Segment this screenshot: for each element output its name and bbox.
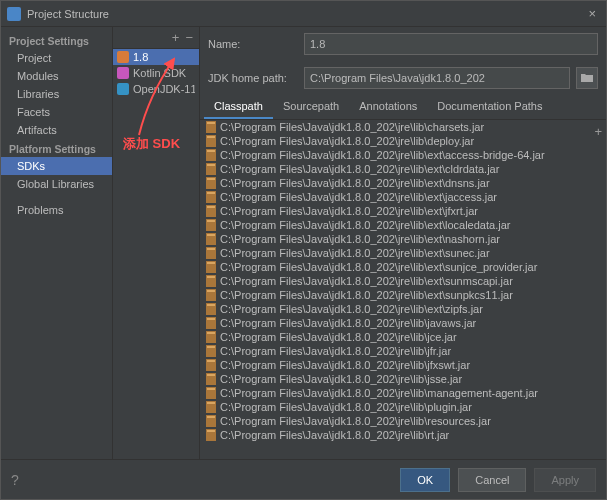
classpath-entry-path: C:\Program Files\Java\jdk1.8.0_202\jre\l… — [220, 149, 545, 161]
classpath-entry[interactable]: C:\Program Files\Java\jdk1.8.0_202\jre\l… — [200, 386, 606, 400]
classpath-entry[interactable]: C:\Program Files\Java\jdk1.8.0_202\jre\l… — [200, 190, 606, 204]
classpath-entry-path: C:\Program Files\Java\jdk1.8.0_202\jre\l… — [220, 429, 449, 441]
remove-sdk-icon[interactable]: − — [185, 30, 193, 45]
svg-rect-3 — [207, 136, 215, 138]
classpath-entry[interactable]: C:\Program Files\Java\jdk1.8.0_202\jre\l… — [200, 232, 606, 246]
svg-rect-11 — [207, 192, 215, 194]
home-path-input[interactable] — [304, 67, 570, 89]
classpath-entry[interactable]: C:\Program Files\Java\jdk1.8.0_202\jre\l… — [200, 344, 606, 358]
sidebar-item-problems[interactable]: Problems — [1, 201, 112, 219]
project-structure-dialog: Project Structure × Project Settings Pro… — [0, 0, 607, 500]
dialog-body: Project Settings ProjectModulesLibraries… — [1, 27, 606, 459]
help-icon[interactable]: ? — [11, 472, 19, 488]
classpath-entry[interactable]: C:\Program Files\Java\jdk1.8.0_202\jre\l… — [200, 246, 606, 260]
jar-file-icon — [206, 163, 216, 175]
classpath-entry[interactable]: C:\Program Files\Java\jdk1.8.0_202\jre\l… — [200, 134, 606, 148]
classpath-entry[interactable]: C:\Program Files\Java\jdk1.8.0_202\jre\l… — [200, 414, 606, 428]
jar-file-icon — [206, 121, 216, 133]
sdk-list-item[interactable]: Kotlin SDK — [113, 65, 199, 81]
classpath-entry[interactable]: C:\Program Files\Java\jdk1.8.0_202\jre\l… — [200, 162, 606, 176]
classpath-entry[interactable]: C:\Program Files\Java\jdk1.8.0_202\jre\l… — [200, 400, 606, 414]
svg-rect-17 — [207, 234, 215, 236]
sdk-list-item[interactable]: 1.8 — [113, 49, 199, 65]
browse-folder-icon[interactable] — [576, 67, 598, 89]
apply-button[interactable]: Apply — [534, 468, 596, 492]
jar-file-icon — [206, 387, 216, 399]
name-input[interactable] — [304, 33, 598, 55]
svg-rect-45 — [207, 430, 215, 432]
tab-documentation-paths[interactable]: Documentation Paths — [427, 95, 552, 119]
jar-file-icon — [206, 303, 216, 315]
jar-file-icon — [206, 359, 216, 371]
classpath-entry[interactable]: C:\Program Files\Java\jdk1.8.0_202\jre\l… — [200, 148, 606, 162]
classpath-entry[interactable]: C:\Program Files\Java\jdk1.8.0_202\jre\l… — [200, 260, 606, 274]
classpath-entry[interactable]: C:\Program Files\Java\jdk1.8.0_202\jre\l… — [200, 120, 606, 134]
sidebar-item-facets[interactable]: Facets — [1, 103, 112, 121]
classpath-entry[interactable]: C:\Program Files\Java\jdk1.8.0_202\jre\l… — [200, 316, 606, 330]
sidebar-group-project-settings: Project Settings — [1, 31, 112, 49]
classpath-file-list[interactable]: C:\Program Files\Java\jdk1.8.0_202\jre\l… — [200, 120, 606, 459]
svg-rect-39 — [207, 388, 215, 390]
sdk-list-item[interactable]: OpenJDK-11.0.4 — [113, 81, 199, 97]
jar-file-icon — [206, 177, 216, 189]
cancel-button[interactable]: Cancel — [458, 468, 526, 492]
sidebar-item-modules[interactable]: Modules — [1, 67, 112, 85]
add-sdk-icon[interactable]: + — [172, 30, 180, 45]
svg-rect-33 — [207, 346, 215, 348]
close-icon[interactable]: × — [584, 6, 600, 21]
sidebar-item-libraries[interactable]: Libraries — [1, 85, 112, 103]
tab-sourcepath[interactable]: Sourcepath — [273, 95, 349, 119]
ok-button[interactable]: OK — [400, 468, 450, 492]
name-label: Name: — [208, 38, 298, 50]
classpath-entry[interactable]: C:\Program Files\Java\jdk1.8.0_202\jre\l… — [200, 176, 606, 190]
jar-file-icon — [206, 219, 216, 231]
classpath-entry[interactable]: C:\Program Files\Java\jdk1.8.0_202\jre\l… — [200, 204, 606, 218]
jar-file-icon — [206, 345, 216, 357]
classpath-entry[interactable]: C:\Program Files\Java\jdk1.8.0_202\jre\l… — [200, 330, 606, 344]
name-field-row: Name: — [200, 27, 606, 61]
jar-file-icon — [206, 205, 216, 217]
sidebar-item-artifacts[interactable]: Artifacts — [1, 121, 112, 139]
jar-file-icon — [206, 289, 216, 301]
sidebar-item-global-libraries[interactable]: Global Libraries — [1, 175, 112, 193]
svg-rect-29 — [207, 318, 215, 320]
classpath-entry[interactable]: C:\Program Files\Java\jdk1.8.0_202\jre\l… — [200, 372, 606, 386]
home-path-label: JDK home path: — [208, 72, 298, 84]
sdk-list-panel: + − 1.8Kotlin SDKOpenJDK-11.0.4 添加 SDK — [113, 27, 200, 459]
sdk-item-label: OpenJDK-11.0.4 — [133, 83, 195, 95]
add-classpath-icon[interactable]: + — [594, 124, 602, 139]
sdk-list: 1.8Kotlin SDKOpenJDK-11.0.4 — [113, 49, 199, 97]
jar-file-icon — [206, 275, 216, 287]
svg-rect-37 — [207, 374, 215, 376]
classpath-entry-path: C:\Program Files\Java\jdk1.8.0_202\jre\l… — [220, 163, 499, 175]
jar-file-icon — [206, 261, 216, 273]
jar-file-icon — [206, 401, 216, 413]
classpath-entry-path: C:\Program Files\Java\jdk1.8.0_202\jre\l… — [220, 177, 490, 189]
sidebar-item-project[interactable]: Project — [1, 49, 112, 67]
sidebar-item-sdks[interactable]: SDKs — [1, 157, 112, 175]
classpath-entry-path: C:\Program Files\Java\jdk1.8.0_202\jre\l… — [220, 331, 457, 343]
classpath-entry[interactable]: C:\Program Files\Java\jdk1.8.0_202\jre\l… — [200, 218, 606, 232]
classpath-entry[interactable]: C:\Program Files\Java\jdk1.8.0_202\jre\l… — [200, 302, 606, 316]
classpath-entry[interactable]: C:\Program Files\Java\jdk1.8.0_202\jre\l… — [200, 428, 606, 442]
svg-rect-31 — [207, 332, 215, 334]
sdk-detail-panel: Name: JDK home path: ClasspathSourcepath… — [200, 27, 606, 459]
sidebar-group-platform-settings: Platform Settings — [1, 139, 112, 157]
classpath-entry-path: C:\Program Files\Java\jdk1.8.0_202\jre\l… — [220, 233, 500, 245]
tab-classpath[interactable]: Classpath — [204, 95, 273, 119]
classpath-entry[interactable]: C:\Program Files\Java\jdk1.8.0_202\jre\l… — [200, 358, 606, 372]
classpath-entry-path: C:\Program Files\Java\jdk1.8.0_202\jre\l… — [220, 205, 478, 217]
svg-rect-9 — [207, 178, 215, 180]
classpath-entry-path: C:\Program Files\Java\jdk1.8.0_202\jre\l… — [220, 345, 451, 357]
classpath-entry[interactable]: C:\Program Files\Java\jdk1.8.0_202\jre\l… — [200, 274, 606, 288]
classpath-entry-path: C:\Program Files\Java\jdk1.8.0_202\jre\l… — [220, 191, 497, 203]
window-title: Project Structure — [27, 8, 109, 20]
classpath-entry[interactable]: C:\Program Files\Java\jdk1.8.0_202\jre\l… — [200, 288, 606, 302]
classpath-entry-path: C:\Program Files\Java\jdk1.8.0_202\jre\l… — [220, 247, 490, 259]
tab-annotations[interactable]: Annotations — [349, 95, 427, 119]
sidebar-group-3-items: Problems — [1, 201, 112, 219]
dialog-footer: ? OK Cancel Apply — [1, 459, 606, 499]
classpath-entry-path: C:\Program Files\Java\jdk1.8.0_202\jre\l… — [220, 275, 513, 287]
svg-rect-1 — [207, 122, 215, 124]
classpath-entry-path: C:\Program Files\Java\jdk1.8.0_202\jre\l… — [220, 373, 462, 385]
